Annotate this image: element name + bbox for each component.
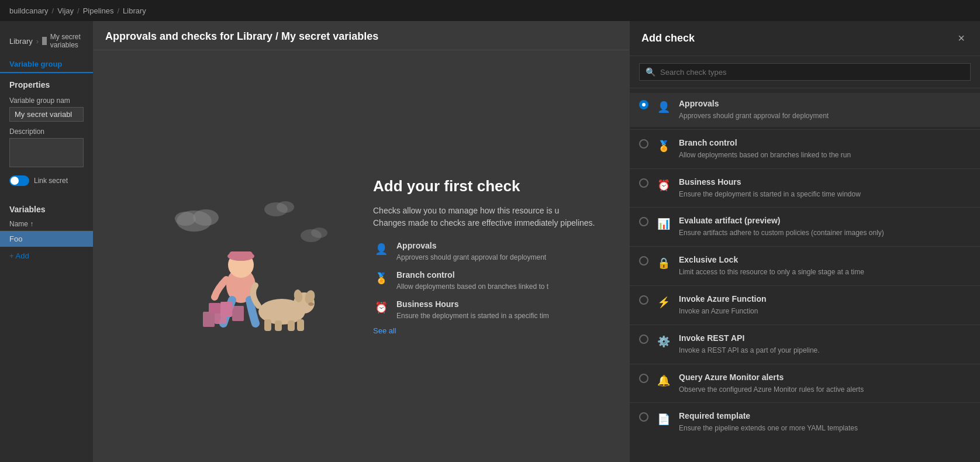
check-item-icon-exclusive-lock: 🔒 [655,255,672,271]
search-icon: 🔍 [646,67,655,77]
radio-approvals[interactable] [639,100,648,109]
check-type-item-exclusive-lock[interactable]: 🔒 Exclusive Lock Limit access to this re… [630,249,980,283]
checks-main-area: Add your first check Checks allow you to… [94,50,629,462]
divider [630,129,980,130]
check-item-icon-business-hours: ⏰ [655,177,672,194]
description-label: Description [9,127,84,136]
tab-variable-group[interactable]: Variable group [0,56,93,73]
check-item-icon-invoke-rest-api: ⚙️ [655,333,672,350]
check-preview-item: 🏅 Branch control Allow deployments based… [373,270,612,291]
properties-section: Properties Variable group nam Descriptio… [0,73,93,200]
add-first-check-desc: Checks allow you to manage how this reso… [373,205,612,229]
check-item-icon-evaluate-artifact: 📊 [655,216,672,232]
divider [630,207,980,208]
check-item-text-evaluate-artifact: Evaluate artifact (preview) Ensure artif… [679,216,971,238]
svg-rect-24 [297,319,304,331]
link-secrets-toggle[interactable] [9,175,29,186]
check-item-icon-query-azure-monitor: 🔔 [655,373,672,389]
add-check-panel: Add check × 🔍 👤 Approvals Approvers shou… [629,21,980,462]
check-list-preview: 👤 Approvals Approvers should grant appro… [373,241,612,320]
radio-exclusive-lock[interactable] [639,256,648,266]
svg-rect-11 [203,312,215,327]
divider [630,402,980,403]
check-type-item-invoke-azure-function[interactable]: ⚡ Invoke Azure Function Invoke an Azure … [630,288,980,322]
check-type-item-query-azure-monitor[interactable]: 🔔 Query Azure Monitor alerts Observe the… [630,367,980,401]
divider [630,168,980,169]
radio-evaluate-artifact[interactable] [639,217,648,226]
check-item-text-invoke-azure-function: Invoke Azure Function Invoke an Azure Fu… [679,294,971,316]
check-item-text-approvals: Approvals Approvers should grant approva… [679,99,971,121]
breadcrumb-library[interactable]: Library [123,6,146,15]
description-textarea[interactable] [9,138,84,167]
close-button[interactable]: × [954,30,968,46]
divider [630,285,980,286]
search-bar: 🔍 [630,56,980,88]
svg-rect-13 [209,303,220,313]
check-type-item-evaluate-artifact[interactable]: 📊 Evaluate artifact (preview) Ensure art… [630,210,980,244]
check-item-text-required-template: Required template Ensure the pipeline ex… [679,411,971,433]
check-preview-icon: 👤 [373,241,389,257]
check-preview-icon: ⏰ [373,299,389,316]
svg-point-2 [175,212,196,226]
variables-header: Name ↑ [0,218,93,231]
check-type-item-invoke-rest-api[interactable]: ⚙️ Invoke REST API Invoke a REST API as … [630,327,980,361]
check-item-text-exclusive-lock: Exclusive Lock Limit access to this reso… [679,255,971,277]
check-preview-item: 👤 Approvals Approvers should grant appro… [373,241,612,262]
radio-business-hours[interactable] [639,178,648,188]
variable-name: Foo [9,235,22,243]
svg-rect-10 [229,251,253,258]
svg-point-20 [308,302,314,306]
link-secrets-label: Link secret [34,177,68,185]
illustration-area [94,50,388,462]
svg-rect-22 [275,320,282,331]
variables-section: Variables Name ↑ Foo + Add [0,200,93,265]
check-type-item-approvals[interactable]: 👤 Approvals Approvers should grant appro… [630,93,980,127]
divider [630,246,980,247]
check-item-text-invoke-rest-api: Invoke REST API Invoke a REST API as a p… [679,333,971,356]
library-secret-vars[interactable]: My secret variables [50,33,84,49]
breadcrumb-org[interactable]: buildcanary [9,6,49,15]
svg-rect-15 [232,306,244,321]
search-input[interactable] [660,68,964,77]
check-item-icon-branch-control: 🏅 [655,138,672,154]
center-content: Approvals and checks for Library / My se… [94,21,629,462]
check-type-item-business-hours[interactable]: ⏰ Business Hours Ensure the deployment i… [630,171,980,205]
radio-query-azure-monitor[interactable] [639,374,648,383]
svg-point-6 [311,227,327,238]
radio-invoke-rest-api[interactable] [639,335,648,344]
radio-invoke-azure-function[interactable] [639,295,648,305]
add-check-header: Add check × [630,21,980,56]
check-type-list: 👤 Approvals Approvers should grant appro… [630,88,980,462]
svg-rect-14 [220,302,232,317]
check-type-item-required-template[interactable]: 📄 Required template Ensure the pipeline … [630,405,980,439]
add-first-check-panel: Add your first check Checks allow you to… [361,50,629,462]
svg-rect-21 [264,319,271,331]
table-row[interactable]: Foo [0,231,93,247]
check-preview-icon: 🏅 [373,270,389,287]
check-item-text-business-hours: Business Hours Ensure the deployment is … [679,177,971,199]
svg-point-4 [277,201,294,213]
vg-name-label: Variable group nam [9,96,84,105]
check-item-icon-required-template: 📄 [655,411,672,427]
divider [630,325,980,325]
add-variable-button[interactable]: + Add [0,247,39,265]
divider [630,364,980,364]
check-item-icon-approvals: 👤 [655,99,672,115]
name-col-header: Name ↑ [9,220,33,228]
breadcrumb-user[interactable]: Vijay [57,6,74,15]
add-check-title: Add check [641,32,695,44]
breadcrumb-pipelines[interactable]: Pipelines [83,6,114,15]
library-icon [42,37,47,45]
check-preview-text: Business Hours Ensure the deployment is … [396,299,549,320]
check-type-item-branch-control[interactable]: 🏅 Branch control Allow deployments based… [630,132,980,166]
radio-branch-control[interactable] [639,139,648,149]
radio-required-template[interactable] [639,412,648,422]
vg-name-input[interactable] [9,107,84,122]
svg-rect-23 [288,320,295,331]
see-all-link[interactable]: See all [373,326,612,335]
library-nav-label[interactable]: Library [9,37,33,46]
check-preview-item: ⏰ Business Hours Ensure the deployment i… [373,299,612,320]
page-title: Approvals and checks for Library / My se… [94,21,629,50]
variables-title: Variables [0,200,93,218]
svg-point-1 [193,209,219,226]
